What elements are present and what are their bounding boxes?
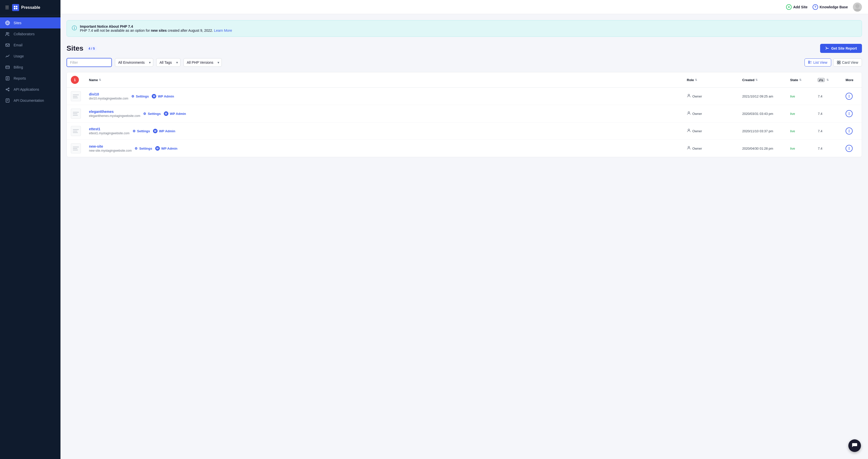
wp-icon: W (153, 129, 157, 133)
col-php[interactable]: php ⇅ (814, 72, 841, 88)
notice-suffix: created after August 9, 2022. (167, 29, 213, 33)
sidebar-item-api-documentation[interactable]: API Documentation (0, 95, 61, 106)
site-name-link[interactable]: elegantthemes (89, 109, 140, 113)
sidebar-item-billing[interactable]: Billing (0, 62, 61, 73)
hamburger-icon[interactable]: ☰ (5, 5, 9, 10)
view-toggle: List View Card View (805, 59, 862, 66)
card-view-button[interactable]: Card View (833, 59, 862, 66)
site-name-link[interactable]: ettest1 (89, 127, 129, 131)
col-created[interactable]: Created ⇅ (738, 72, 786, 88)
site-name-link[interactable]: new-site (89, 144, 131, 149)
topbar-actions: + Add Site ? Knowledge Base (786, 2, 862, 11)
role-label: Owner (692, 129, 702, 133)
svg-rect-7 (6, 44, 9, 46)
settings-gear-icon: ⚙ (132, 129, 135, 133)
sidebar-item-api-applications-label: API Applications (13, 88, 39, 92)
sidebar-item-api-applications[interactable]: API Applications (0, 84, 61, 95)
svg-point-41 (688, 129, 689, 131)
environment-select-wrapper: All Environments Production Staging (115, 58, 153, 67)
sidebar-item-email-label: Email (13, 43, 23, 47)
more-options-button[interactable] (845, 128, 852, 134)
php-version-badge: 7.4 (818, 146, 823, 151)
created-date: 2020/03/31 03:43 pm (742, 112, 773, 116)
wp-admin-button[interactable]: W WP Admin (164, 111, 186, 116)
col-role[interactable]: Role ⇅ (683, 72, 738, 88)
selection-count-badge: 1 (71, 76, 79, 84)
sites-title: Sites 4 / 5 (66, 44, 97, 53)
more-options-button[interactable] (845, 110, 852, 117)
sidebar-item-reports[interactable]: Reports (0, 73, 61, 84)
php-version-badge: 7.4 (818, 95, 823, 98)
chat-fab-button[interactable] (848, 439, 861, 452)
php-select-wrapper: All PHP Versions 7.4 8.0 8.1 (184, 58, 222, 67)
settings-button[interactable]: ⚙ Settings (143, 112, 160, 116)
svg-rect-3 (16, 8, 18, 9)
user-avatar[interactable] (853, 2, 862, 11)
row-name-cell: divi10 divi10.mystagingwebsite.com ⚙ Set… (85, 88, 683, 105)
notice-learn-more-link[interactable]: Learn More (214, 29, 232, 33)
knowledge-base-link[interactable]: ? Knowledge Base (812, 4, 848, 10)
col-state[interactable]: State ⇅ (786, 72, 814, 88)
wp-admin-button[interactable]: W WP Admin (152, 94, 174, 98)
settings-button[interactable]: ⚙ Settings (131, 95, 149, 98)
more-options-button[interactable] (845, 93, 852, 100)
notice-text: Important Notice About PHP 7.4 PHP 7.4 w… (80, 25, 232, 33)
row-name-cell: elegantthemes elegantthemes.mystagingweb… (85, 105, 683, 123)
site-name-cell: elegantthemes elegantthemes.mystagingweb… (89, 109, 679, 118)
svg-rect-30 (839, 61, 840, 62)
knowledge-base-icon: ? (812, 4, 818, 10)
wp-admin-button[interactable]: W WP Admin (153, 129, 175, 133)
row-created-cell: 2020/11/10 03:37 pm (738, 123, 786, 140)
svg-point-5 (6, 33, 7, 34)
settings-button[interactable]: ⚙ Settings (132, 129, 150, 133)
role-label: Owner (692, 95, 702, 98)
topbar: + Add Site ? Knowledge Base (61, 0, 868, 14)
php-version-badge: 7.4 (818, 112, 823, 116)
svg-point-47 (849, 148, 849, 149)
wp-admin-button[interactable]: W WP Admin (155, 146, 178, 151)
state-sort-icon: ⇅ (799, 78, 802, 81)
col-name[interactable]: Name ⇅ (85, 72, 683, 88)
svg-rect-29 (837, 61, 838, 62)
get-site-report-button[interactable]: Get Site Report (820, 44, 862, 53)
svg-rect-2 (14, 8, 16, 9)
row-role-cell: Owner (683, 105, 738, 123)
svg-point-43 (849, 131, 849, 131)
sidebar: ☰ Pressable Sites Collaborators (0, 0, 61, 459)
row-role-cell: Owner (683, 140, 738, 157)
settings-button[interactable]: ⚙ Settings (134, 146, 152, 151)
sidebar-item-collaborators[interactable]: Collaborators (0, 29, 61, 39)
add-site-plus-icon: + (786, 4, 792, 10)
site-name-link[interactable]: divi10 (89, 92, 128, 96)
filter-input[interactable] (66, 58, 112, 67)
svg-rect-0 (14, 6, 16, 7)
page-title: Sites (66, 44, 84, 53)
php-version-select[interactable]: All PHP Versions 7.4 8.0 8.1 (184, 58, 222, 67)
svg-point-34 (849, 95, 849, 96)
sidebar-item-api-documentation-label: API Documentation (13, 98, 44, 102)
sidebar-item-email[interactable]: Email (0, 39, 61, 51)
site-thumbnail (71, 143, 81, 154)
site-thumbnail (71, 108, 81, 119)
wp-icon: W (164, 111, 168, 116)
site-url: ettest1.mystagingwebsite.com (89, 131, 129, 135)
more-options-button[interactable] (845, 145, 852, 152)
thumb-line (73, 112, 79, 112)
sidebar-item-usage[interactable]: Usage (0, 51, 61, 62)
site-thumbnail-lines (72, 111, 80, 117)
svg-point-37 (688, 111, 689, 113)
svg-point-45 (688, 146, 689, 148)
environment-select[interactable]: All Environments Production Staging (115, 58, 153, 67)
notice-title: Important Notice About PHP 7.4 (80, 25, 133, 29)
php-tag-label: php (818, 78, 825, 82)
tags-select[interactable]: All Tags (156, 58, 181, 67)
site-thumbnail-lines (72, 128, 80, 134)
col-selector: 1 (67, 72, 85, 88)
state-badge: live (790, 112, 795, 116)
svg-point-23 (854, 8, 861, 11)
list-view-button[interactable]: List View (805, 59, 831, 66)
site-thumbnail (71, 91, 81, 101)
add-site-button[interactable]: + Add Site (786, 4, 807, 10)
table-row: new-site new-site.mystagingwebsite.com ⚙… (67, 140, 862, 157)
sidebar-item-sites[interactable]: Sites (0, 18, 61, 29)
